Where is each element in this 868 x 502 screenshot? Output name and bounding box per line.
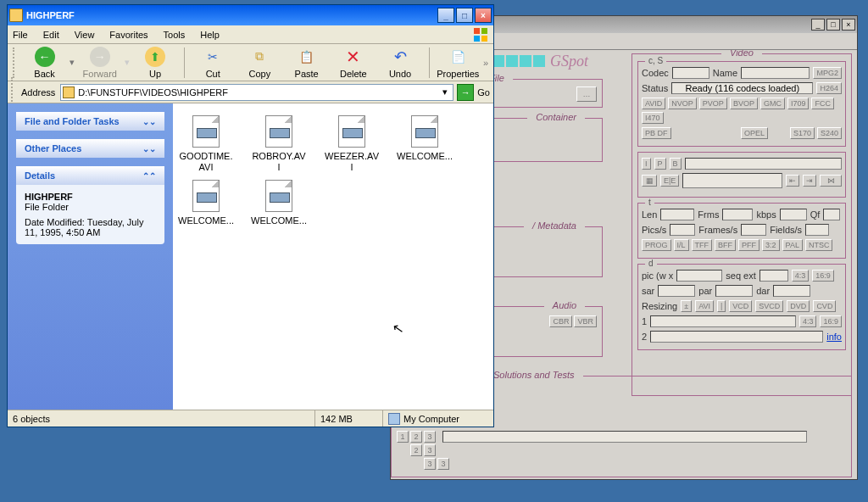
- chevron-down-icon[interactable]: ▾: [439, 86, 451, 98]
- explorer-menubar: File Edit View Favorites Tools Help: [8, 25, 493, 44]
- file-item[interactable]: GOODTIME.AVI: [178, 115, 234, 173]
- video-file-icon: [265, 180, 292, 212]
- codec-field: [672, 67, 709, 79]
- tasks-panel[interactable]: File and Folder Tasks⌄⌄: [16, 112, 164, 131]
- file-item[interactable]: WELCOME...: [397, 115, 453, 173]
- svg-rect-2: [474, 36, 480, 42]
- files-view[interactable]: GOODTIME.AVI ROBROY.AVI WEEZER.AVI WELCO…: [173, 103, 493, 410]
- folder-icon: [63, 86, 75, 98]
- info-link[interactable]: info: [826, 332, 842, 342]
- pad-1[interactable]: 1: [397, 431, 409, 443]
- file-item[interactable]: WELCOME...: [251, 180, 307, 226]
- copy-button[interactable]: ⧉Copy: [238, 45, 281, 81]
- name-field: [741, 67, 810, 79]
- grid-icon[interactable]: ▦: [642, 175, 657, 187]
- status-location: My Computer: [383, 410, 493, 427]
- menu-edit[interactable]: Edit: [42, 28, 61, 42]
- details-type: File Folder: [25, 202, 156, 212]
- menu-help[interactable]: Help: [198, 28, 221, 42]
- address-input[interactable]: D:\FUNSTUFF\VIDEOS\HIGHPERF ▾: [60, 84, 453, 101]
- details-modified: Date Modified: Tuesday, July 11, 1995, 4…: [25, 217, 156, 237]
- svg-rect-3: [481, 36, 487, 42]
- sidebar: File and Folder Tasks⌄⌄ Other Places⌄⌄ D…: [8, 103, 173, 410]
- maximize-button[interactable]: □: [456, 8, 473, 23]
- status-bar: 6 objects 142 MB My Computer: [8, 410, 493, 427]
- address-bar: Address D:\FUNSTUFF\VIDEOS\HIGHPERF ▾ → …: [8, 81, 493, 103]
- close-button[interactable]: ×: [475, 8, 492, 23]
- svg-rect-0: [474, 28, 480, 34]
- close-button[interactable]: ×: [842, 19, 855, 31]
- chip-cbr: CBR: [549, 315, 572, 327]
- t-block: t Len Frms kbps Qf Pics/s Frames/s Field…: [637, 203, 846, 259]
- container-group-label: Container: [527, 112, 585, 122]
- chip-vbr: VBR: [574, 315, 597, 327]
- explorer-window: HIGHPERF _ □ × File Edit View Favorites …: [7, 4, 494, 427]
- properties-button[interactable]: 📄Properties: [437, 45, 480, 81]
- cs-block: c, S Codec Name MPG2 Status Ready (116 c…: [637, 61, 846, 147]
- windows-flag-icon: [473, 27, 488, 42]
- pad-2[interactable]: 2: [410, 431, 422, 443]
- logo-area: GSpot: [492, 50, 588, 72]
- file-item[interactable]: ROBROY.AVI: [251, 115, 307, 173]
- computer-icon: [388, 413, 400, 425]
- minimize-button[interactable]: _: [437, 8, 454, 23]
- browse-button[interactable]: …: [576, 86, 597, 102]
- video-file-icon: [411, 115, 438, 148]
- paste-button[interactable]: 📋Paste: [285, 45, 328, 81]
- status-size: 142 MB: [315, 410, 383, 427]
- video-group: Video c, S Codec Name MPG2 Status Ready …: [632, 53, 852, 396]
- details-name: HIGHPERF: [25, 192, 156, 202]
- file-item[interactable]: WEEZER.AVI: [324, 115, 380, 173]
- audio-group-label: Audio: [544, 300, 585, 310]
- delete-button[interactable]: ✕Delete: [331, 45, 375, 81]
- video-file-icon: [192, 180, 220, 212]
- window-title: HIGHPERF: [26, 10, 437, 20]
- video-group-label: Video: [721, 50, 762, 58]
- folder-icon: [9, 8, 23, 22]
- ipb-block: IPB ▦ E|E ⇤⇥ ⋈: [637, 152, 846, 198]
- address-label: Address: [21, 87, 55, 98]
- video-file-icon: [338, 115, 365, 148]
- d-block: d pic (w x seq ext 4:3 16:9 sar par dar …: [637, 264, 846, 350]
- status-field: Ready (116 codecs loaded): [671, 82, 813, 94]
- pad-3[interactable]: 3: [424, 431, 436, 443]
- cut-button[interactable]: ✂Cut: [192, 45, 235, 81]
- minimize-button[interactable]: _: [811, 19, 825, 31]
- status-objects: 6 objects: [8, 410, 315, 427]
- video-file-icon: [192, 115, 220, 148]
- svg-rect-1: [481, 28, 487, 34]
- video-file-icon: [265, 115, 292, 148]
- menu-file[interactable]: File: [11, 28, 30, 42]
- go-button[interactable]: →: [457, 84, 474, 101]
- up-button[interactable]: ⬆Up: [133, 45, 176, 81]
- link-icon[interactable]: ⋈: [820, 175, 842, 187]
- forward-button[interactable]: →Forward: [78, 45, 121, 81]
- undo-button[interactable]: ↶Undo: [378, 45, 421, 81]
- solutions-label: Solutions and Tests: [485, 370, 583, 380]
- maximize-button[interactable]: □: [826, 19, 840, 31]
- menu-tools[interactable]: Tools: [162, 28, 187, 42]
- address-path: D:\FUNSTUFF\VIDEOS\HIGHPERF: [78, 87, 439, 98]
- explorer-toolbar: ←Back ▾ →Forward ▾ ⬆Up ✂Cut ⧉Copy 📋Paste…: [8, 44, 493, 81]
- menu-view[interactable]: View: [73, 28, 97, 42]
- explorer-titlebar[interactable]: HIGHPERF _ □ ×: [8, 5, 493, 25]
- metadata-group-label: / Metadata: [524, 220, 585, 231]
- back-button[interactable]: ←Back: [23, 45, 66, 81]
- details-panel: Details⌃⌃ HIGHPERF File Folder Date Modi…: [16, 166, 164, 244]
- logo-text: GSpot: [550, 53, 588, 70]
- file-item[interactable]: WELCOME...: [178, 180, 234, 226]
- menu-favorites[interactable]: Favorites: [108, 28, 149, 42]
- chevron-down-icon: ⌄⌄: [142, 117, 156, 126]
- chevron-up-icon[interactable]: ⌃⌃: [142, 171, 156, 181]
- chevron-down-icon: ⌄⌄: [142, 144, 156, 153]
- other-places-panel[interactable]: Other Places⌄⌄: [16, 139, 164, 158]
- explorer-content: File and Folder Tasks⌄⌄ Other Places⌄⌄ D…: [8, 103, 493, 410]
- go-label: Go: [477, 87, 490, 98]
